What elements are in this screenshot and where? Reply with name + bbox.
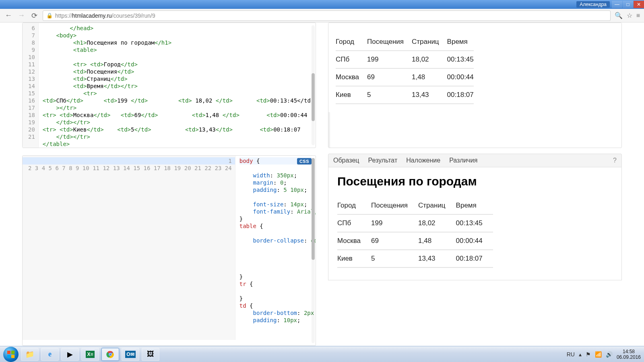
table-cell: 00:13:45 — [447, 51, 474, 68]
css-editor-gutter: 1 2 3 4 5 6 7 8 9 10 11 12 13 14 15 16 1… — [23, 156, 235, 340]
table-cell: Москва — [336, 68, 367, 86]
scrollbar[interactable] — [312, 158, 315, 343]
table-cell: 69 — [371, 232, 418, 250]
sample-table: ГородПосещенияСтраницВремяСПб19918,0200:… — [337, 197, 493, 268]
lock-icon: 🔒 — [46, 12, 53, 19]
svg-rect-2 — [7, 354, 10, 358]
table-cell: 00:18:07 — [447, 86, 474, 104]
tray-volume-icon[interactable]: 🔊 — [606, 351, 613, 358]
table-cell: 00:00:44 — [456, 232, 493, 250]
forward-button[interactable]: → — [17, 11, 26, 20]
sample-body: Посещения по городам ГородПосещенияСтран… — [328, 167, 622, 280]
sample-tab-bar: ОбразецРезультатНаложениеРазличия? — [328, 154, 622, 167]
table-cell: 00:13:45 — [456, 214, 493, 232]
css-badge: CSS — [297, 158, 312, 165]
reload-button[interactable]: ⟳ — [30, 11, 39, 20]
back-button[interactable]: ← — [4, 11, 13, 20]
right-column: ГородПосещенияСтраницВремяСПб19918,0200:… — [328, 23, 622, 346]
taskbar-outlook-icon[interactable]: O✉ — [122, 348, 139, 361]
sample-panel: ОбразецРезультатНаложениеРазличия? Посещ… — [328, 154, 622, 280]
url-host: htmlacademy.ru — [72, 12, 112, 19]
table-row: Москва691,4800:00:44 — [337, 232, 493, 250]
window-minimize-button[interactable]: — — [612, 1, 622, 8]
table-header-cell: Посещения — [367, 33, 412, 51]
tray-language[interactable]: RU — [567, 351, 575, 358]
table-cell: Киев — [336, 86, 367, 104]
taskbar-excel-icon[interactable]: X≡ — [81, 348, 99, 361]
tray-flag-icon[interactable]: ⚑ — [586, 351, 591, 358]
svg-rect-1 — [11, 350, 14, 354]
table-cell: 199 — [367, 51, 412, 68]
address-bar[interactable]: 🔒 https://htmlacademy.ru/courses/39/run/… — [43, 10, 611, 21]
table-cell: 5 — [367, 86, 412, 104]
tray-clock[interactable]: 14:58 06.09.2016 — [617, 349, 641, 360]
html-editor-code[interactable]: </head> <body> <h1>Посещения по городам<… — [39, 23, 316, 148]
sample-heading: Посещения по городам — [337, 175, 613, 188]
windows-taskbar: 📁 e ▶ X≡ O✉ 🖼 RU ▴ ⚑ 📶 🔊 14:58 06.09.201… — [0, 346, 644, 362]
html-editor-gutter: 6789101112131415161718192021 — [23, 23, 39, 148]
result-preview-panel: ГородПосещенияСтраницВремяСПб19918,0200:… — [328, 23, 622, 148]
tray-time: 14:58 — [617, 349, 641, 354]
table-row: СПб19918,0200:13:45 — [337, 214, 493, 232]
taskbar-explorer-icon[interactable]: 📁 — [21, 348, 39, 361]
table-cell: 18,02 — [418, 214, 456, 232]
table-row: Киев513,4300:18:07 — [336, 86, 474, 104]
tray-network-icon[interactable]: 📶 — [595, 351, 602, 358]
taskbar-photos-icon[interactable]: 🖼 — [142, 348, 159, 361]
table-cell: 69 — [367, 68, 412, 86]
table-cell: 00:18:07 — [456, 250, 493, 267]
sample-tab[interactable]: Наложение — [406, 157, 440, 164]
sample-help-icon[interactable]: ? — [613, 157, 617, 164]
table-row: Киев513,4300:18:07 — [337, 250, 493, 267]
table-cell: 1,48 — [412, 68, 447, 86]
tray-show-hidden-icon[interactable]: ▴ — [579, 351, 582, 358]
table-row: СПб19918,0200:13:45 — [336, 51, 474, 68]
html-editor-panel[interactable]: 6789101112131415161718192021 </head> <bo… — [22, 23, 316, 148]
window-titlebar: Сообщество HTML Acade×Последние §5. Знак… — [0, 0, 644, 9]
result-table: ГородПосещенияСтраницВремяСПб19918,0200:… — [336, 33, 474, 104]
svg-point-7 — [109, 353, 111, 355]
table-header-cell: Время — [447, 33, 474, 51]
table-cell: Москва — [337, 232, 371, 250]
system-tray: RU ▴ ⚑ 📶 🔊 14:58 06.09.2016 — [567, 349, 641, 360]
svg-rect-3 — [11, 354, 14, 358]
table-cell: 5 — [371, 250, 418, 267]
table-cell: СПб — [336, 51, 367, 68]
menu-icon[interactable]: ≡ — [636, 12, 640, 19]
windows-logo-icon — [6, 350, 15, 359]
table-header-cell: Город — [336, 33, 367, 51]
chrome-icon — [106, 350, 114, 358]
table-header-cell: Время — [456, 197, 493, 214]
url-scheme: https:// — [55, 12, 72, 19]
table-header-cell: Город — [337, 197, 371, 214]
taskbar-ie-icon[interactable]: e — [41, 348, 59, 361]
chrome-user-badge[interactable]: Александра — [576, 1, 610, 8]
css-editor-code[interactable]: body { width: 350px; margin: 0; padding:… — [235, 156, 316, 340]
tray-date: 06.09.2016 — [617, 354, 641, 360]
table-cell: 1,48 — [418, 232, 456, 250]
table-cell: 00:00:44 — [447, 68, 474, 86]
table-cell: 13,43 — [412, 86, 447, 104]
table-row: Москва691,4800:00:44 — [336, 68, 474, 86]
sample-tab[interactable]: Результат — [368, 157, 397, 164]
sample-tab[interactable]: Образец — [333, 157, 359, 164]
window-maximize-button[interactable]: □ — [623, 1, 633, 8]
sample-tab[interactable]: Различия — [449, 157, 477, 164]
zoom-icon[interactable]: 🔍 — [615, 12, 623, 19]
svg-rect-0 — [7, 350, 10, 354]
browser-toolbar: ← → ⟳ 🔒 https://htmlacademy.ru/courses/3… — [0, 9, 644, 23]
table-header-cell: Страниц — [412, 33, 447, 51]
css-editor-panel[interactable]: CSS 1 2 3 4 5 6 7 8 9 10 11 12 13 14 15 … — [22, 155, 316, 346]
bookmark-star-icon[interactable]: ☆ — [627, 12, 632, 19]
taskbar-chrome-icon[interactable] — [101, 348, 119, 361]
table-cell: СПб — [337, 214, 371, 232]
taskbar-mediaplayer-icon[interactable]: ▶ — [61, 348, 79, 361]
scrollbar[interactable] — [312, 25, 315, 145]
start-button[interactable] — [3, 347, 19, 362]
left-column: 6789101112131415161718192021 </head> <bo… — [22, 23, 316, 346]
window-close-button[interactable]: ✕ — [634, 1, 644, 8]
table-cell: 199 — [371, 214, 418, 232]
table-cell: 13,43 — [418, 250, 456, 267]
table-header-cell: Посещения — [371, 197, 418, 214]
table-cell: 18,02 — [412, 51, 447, 68]
